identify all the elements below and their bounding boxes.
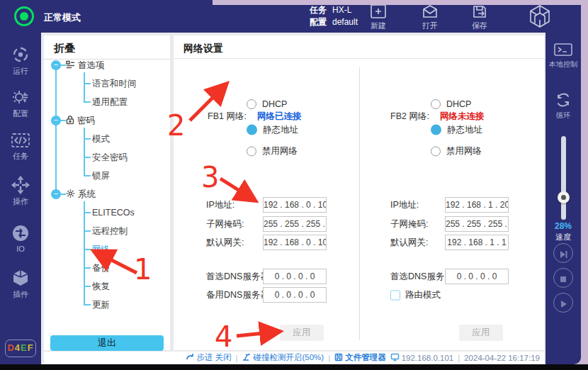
- tree-item-lock-screen[interactable]: 锁屏: [92, 170, 110, 182]
- stop-button[interactable]: [553, 268, 573, 288]
- new-button[interactable]: 新建: [358, 4, 399, 31]
- collapse-node-preferences[interactable]: −: [51, 60, 61, 70]
- status-bar: 步进 关闭 | 碰撞检测开启(50%) | 文件管理器 192.168.0.10…: [44, 352, 544, 364]
- tree-stub: [84, 304, 91, 305]
- tree-item-password[interactable]: 密码: [66, 115, 95, 127]
- tree-item-elitecos[interactable]: ELITECOs: [92, 208, 135, 218]
- tree-trunk-line: [55, 65, 57, 194]
- step-next-button[interactable]: [553, 243, 573, 263]
- tree-stub: [60, 65, 66, 66]
- sidebar-item-plugin[interactable]: 插件: [0, 269, 41, 300]
- network-monitor-icon: [390, 353, 400, 363]
- fb1-gateway-field[interactable]: 192 . 168 . 0 . 101: [263, 235, 327, 250]
- radio-unchecked-icon: [247, 99, 256, 109]
- fb1-dns1-label: 首选DNS服务器:: [206, 271, 271, 283]
- tree-item-system[interactable]: 系统: [66, 189, 96, 201]
- code-task-icon: [0, 132, 41, 149]
- fb1-dns2-field[interactable]: 0 . 0 . 0 . 0: [263, 287, 327, 303]
- fb1-radio-dhcp[interactable]: DHCP: [247, 99, 287, 109]
- tree-item-mode[interactable]: 模式: [92, 133, 110, 145]
- speed-slider-thumb[interactable]: [558, 191, 570, 203]
- fb1-radio-disable[interactable]: 禁用网络: [247, 145, 298, 157]
- task-config-block: 任务 HX-L 配置 default: [310, 4, 358, 28]
- fb2-network-label: FB2 网络:: [390, 111, 429, 123]
- sidebar-item-task[interactable]: 任务: [0, 132, 41, 162]
- tree-item-restore[interactable]: 恢复: [92, 281, 110, 293]
- tree-item-general-config[interactable]: 通用配置: [92, 96, 128, 108]
- fb1-apply-button[interactable]: 应用: [280, 325, 324, 341]
- sidebar-item-run[interactable]: 运行: [0, 45, 41, 77]
- gear-icon: [66, 189, 75, 200]
- page-title: 网络设置: [183, 43, 223, 55]
- fb2-apply-button[interactable]: 应用: [459, 325, 503, 341]
- move-arrows-icon: [0, 176, 41, 194]
- sidebar-item-config[interactable]: 配置: [0, 88, 41, 119]
- loop-mode-button[interactable]: 循环: [545, 91, 581, 120]
- collapse-node-password[interactable]: −: [51, 116, 61, 125]
- fb1-dns1-field[interactable]: 0 . 0 . 0 . 0: [263, 269, 327, 284]
- exit-button[interactable]: 退出: [50, 335, 164, 351]
- fb2-status-text: 网络未连接: [440, 111, 485, 123]
- brand-cube-logo: [526, 3, 554, 34]
- tree-item-language-time[interactable]: 语言和时间: [92, 78, 137, 90]
- tree-item-backup[interactable]: 备份: [92, 262, 110, 274]
- fb1-ip-field[interactable]: 192 . 168 . 0 . 101: [263, 197, 327, 213]
- fb2-radio-static[interactable]: 静态地址: [431, 124, 482, 136]
- stop-icon: [554, 274, 572, 284]
- left-sidebar: 运行 配置 任务 操作 IO 插件 D4EF: [0, 33, 41, 364]
- radio-unchecked-icon: [431, 146, 441, 156]
- open-button[interactable]: 打开: [409, 4, 451, 31]
- fb2-mask-field[interactable]: 255 . 255 . 255 . 0: [445, 216, 509, 232]
- fb2-gateway-field[interactable]: 192 . 168 . 1 . 1: [445, 235, 509, 250]
- open-button-label: 打开: [409, 21, 451, 31]
- play-button[interactable]: [553, 293, 573, 313]
- speed-label: 速度: [545, 232, 581, 242]
- radio-unchecked-icon: [247, 146, 256, 156]
- fb2-ip-field[interactable]: 192 . 168 . 1 . 200: [445, 197, 509, 213]
- speed-slider-track[interactable]: [561, 136, 566, 220]
- tree-branch-line: [84, 201, 85, 305]
- tree-stub: [84, 267, 91, 269]
- fb1-network-label: FB1 网络:: [208, 111, 247, 123]
- tree-stub: [60, 194, 66, 195]
- tree-branch-line: [84, 72, 85, 102]
- column-divider: [359, 67, 360, 340]
- fb1-gateway-label: 默认网关:: [206, 237, 244, 249]
- fb2-radio-disable[interactable]: 禁用网络: [431, 145, 482, 157]
- tree-branch-line: [84, 128, 85, 176]
- local-control-button[interactable]: 本地控制: [545, 43, 581, 69]
- window-frame-bottom: [0, 364, 588, 370]
- step-status[interactable]: 步进 关闭: [186, 352, 231, 363]
- sidebar-item-operate[interactable]: 操作: [0, 176, 41, 207]
- collision-status[interactable]: 碰撞检测开启(50%): [242, 352, 324, 363]
- file-manager-link[interactable]: 文件管理器: [334, 352, 386, 363]
- save-button-label: 保存: [459, 21, 500, 31]
- status-datetime: 2024-04-22 16:17:19: [464, 354, 540, 362]
- save-button[interactable]: 保存: [459, 4, 500, 31]
- fb1-dns2-label: 备用DNS服务器:: [206, 289, 271, 301]
- fb2-dns1-field[interactable]: 0 . 0 . 0 . 0: [445, 269, 509, 284]
- fb2-route-mode-checkbox[interactable]: 路由模式: [390, 289, 441, 301]
- tree-item-remote-control[interactable]: 远程控制: [92, 225, 128, 237]
- tree-collapse-header[interactable]: 折叠: [44, 35, 170, 60]
- fb1-radio-static[interactable]: 静态地址: [247, 124, 298, 136]
- fb1-mask-field[interactable]: 255 . 255 . 255 . 0: [263, 216, 327, 232]
- skip-next-icon: [554, 250, 572, 259]
- io-circle-icon: [0, 224, 41, 242]
- fb1-mask-label: 子网掩码:: [206, 218, 244, 230]
- file-manager-icon: [334, 353, 343, 363]
- speed-percent: 28%: [545, 221, 581, 231]
- play-icon: [554, 299, 572, 309]
- config-value: default: [332, 16, 358, 28]
- tree-item-safety-password[interactable]: 安全密码: [92, 152, 128, 164]
- collapse-node-system[interactable]: −: [51, 189, 61, 199]
- sidebar-item-io[interactable]: IO: [0, 224, 41, 253]
- task-value: HX-L: [332, 4, 351, 16]
- tree-item-update[interactable]: 更新: [92, 299, 110, 311]
- tree-item-network[interactable]: 网络: [92, 244, 110, 256]
- tree-item-preferences[interactable]: 首选项: [66, 60, 105, 72]
- tree-stub: [60, 120, 66, 121]
- fb1-ip-label: IP地址:: [206, 199, 234, 211]
- fb2-radio-dhcp[interactable]: DHCP: [431, 99, 471, 109]
- status-separator: |: [328, 354, 330, 362]
